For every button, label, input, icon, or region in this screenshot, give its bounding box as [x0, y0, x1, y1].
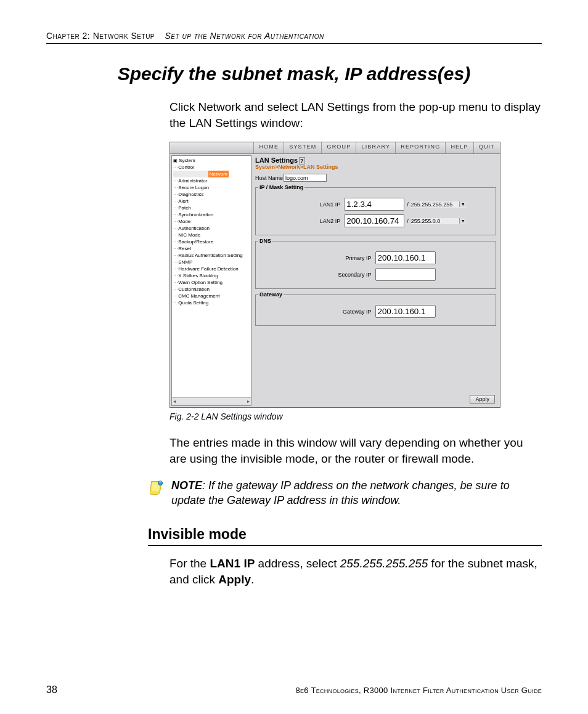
lan-settings-screenshot: HOME SYSTEM GROUP LIBRARY REPORTING HELP… [169, 142, 500, 408]
primary-ip-input[interactable] [375, 251, 436, 264]
lan2-label: LAN2 IP [285, 218, 344, 224]
menu-group[interactable]: GROUP [321, 142, 356, 153]
tree-item[interactable]: Backup/Restore [173, 238, 251, 245]
section-title: Specify the subnet mask, IP address(es) [46, 63, 542, 84]
gateway-fieldset: Gateway Gateway IP [255, 291, 496, 326]
tree-item[interactable]: Hardware Failure Detection [173, 266, 251, 272]
dns-legend: DNS [258, 238, 272, 244]
tree-item[interactable]: Mode [173, 218, 251, 225]
apply-button[interactable]: Apply [470, 395, 495, 404]
gateway-ip-input[interactable] [375, 305, 436, 318]
tree-item[interactable]: Administrator [173, 177, 251, 184]
ip-mask-fieldset: IP / Mask Setting LAN1 IP / 255.255.255.… [255, 184, 496, 235]
tree-item[interactable]: Diagnostics [173, 191, 251, 198]
hostname-input[interactable] [284, 174, 327, 182]
tree-item[interactable]: NIC Mode [173, 232, 251, 238]
tree-item[interactable]: Authentication [173, 225, 251, 232]
tree-item[interactable]: Alert [173, 198, 251, 205]
secondary-ip-input[interactable] [375, 268, 436, 281]
chevron-down-icon: ▼ [459, 201, 467, 207]
ip-mask-legend: IP / Mask Setting [258, 184, 304, 190]
chevron-down-icon: ▼ [459, 218, 467, 224]
tree-scrollbar[interactable]: ◂▸ [172, 397, 251, 405]
page-number: 38 [46, 684, 57, 696]
breadcrumb: System>Network>LAN Settings [255, 164, 496, 170]
tree-item[interactable]: Patch [173, 205, 251, 211]
tree-root-system[interactable]: System [173, 157, 251, 164]
menu-system[interactable]: SYSTEM [284, 142, 321, 153]
tree-item[interactable]: Radius Authentication Setting [173, 252, 251, 259]
app-menubar: HOME SYSTEM GROUP LIBRARY REPORTING HELP… [170, 142, 500, 154]
body-paragraph-2: The entries made in this window will var… [169, 435, 542, 466]
page-header: Chapter 2: Network Setup Set up the Netw… [46, 31, 542, 44]
lan1-mask-select[interactable]: 255.255.255.255▼ [411, 201, 467, 208]
tree-item[interactable]: SNMP [173, 259, 251, 266]
page-footer: 38 8e6 Technologies, R3000 Internet Filt… [46, 684, 542, 696]
menu-library[interactable]: LIBRARY [356, 142, 395, 153]
svg-rect-1 [159, 481, 161, 482]
menu-reporting[interactable]: REPORTING [395, 142, 445, 153]
tree-item[interactable]: Warn Option Setting [173, 279, 251, 286]
subsection-heading: Invisible mode [148, 526, 542, 543]
note-text: NOTE: If the gateway IP address on the n… [171, 478, 542, 508]
note-icon [148, 479, 165, 497]
lan1-label: LAN1 IP [285, 201, 344, 208]
lan2-ip-input[interactable] [344, 214, 404, 227]
secondary-ip-label: Secondary IP [316, 272, 375, 278]
note-block: NOTE: If the gateway IP address on the n… [148, 478, 542, 508]
tree-item[interactable]: Secure Logon [173, 184, 251, 191]
intro-paragraph: Click Network and select LAN Settings fr… [169, 99, 542, 131]
figure-caption: Fig. 2-2 LAN Settings window [169, 412, 542, 421]
book-title: 8e6 Technologies, R3000 Internet Filter … [295, 686, 542, 695]
lan2-mask-select[interactable]: 255.255.0.0▼ [411, 218, 467, 224]
primary-ip-label: Primary IP [316, 255, 375, 261]
subsection-rule [148, 545, 542, 546]
gateway-legend: Gateway [258, 291, 284, 298]
header-section: Set up the Network for Authentication [165, 31, 324, 41]
tree-item[interactable]: Reset [173, 245, 251, 252]
tree-item-selected[interactable]: Network [173, 171, 229, 177]
tree-item[interactable]: Synchronization [173, 211, 251, 218]
lan1-ip-input[interactable] [344, 198, 404, 211]
hostname-label: Host Name [255, 175, 284, 181]
panel-title: LAN Settings? [255, 156, 496, 164]
tree-item[interactable]: Quota Setting [173, 299, 251, 306]
tree-item[interactable]: Control [173, 164, 251, 171]
menu-help[interactable]: HELP [445, 142, 473, 153]
tree-item[interactable]: Customization [173, 286, 251, 293]
menu-quit[interactable]: QUIT [473, 142, 500, 153]
menu-home[interactable]: HOME [253, 142, 284, 153]
gateway-ip-label: Gateway IP [316, 309, 375, 315]
subsection-body: For the LAN1 IP address, select 255.255.… [169, 556, 542, 587]
tree-item[interactable]: X Strikes Blocking [173, 272, 251, 279]
nav-tree[interactable]: System Control Network Administrator Sec… [171, 155, 251, 406]
dns-fieldset: DNS Primary IP Secondary IP [255, 238, 496, 289]
tree-item[interactable]: CMC Management [173, 293, 251, 299]
settings-panel: LAN Settings? System>Network>LAN Setting… [251, 154, 500, 407]
header-chapter: Chapter 2: Network Setup [46, 31, 155, 41]
